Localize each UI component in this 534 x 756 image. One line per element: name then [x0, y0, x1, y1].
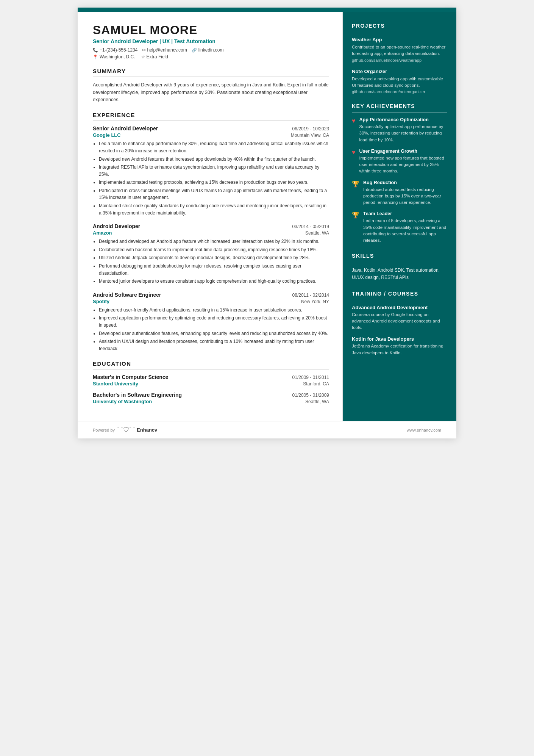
enhancv-logo: ⌒♡⌒ Enhancv: [117, 426, 157, 434]
linkedin-contact: 🔗 linkedin.com: [192, 47, 224, 53]
bullet: Maintained strict code quality standards…: [99, 202, 329, 216]
footer-left: Powered by ⌒♡⌒ Enhancv: [93, 426, 157, 434]
achievement-icon-2: 🏆: [352, 180, 359, 188]
job-company-0: Google LLC: [93, 132, 121, 138]
project-desc-1: Developed a note-taking app with customi…: [352, 76, 447, 89]
bullet: Assisted in UX/UI design and iteration p…: [99, 338, 329, 352]
linkedin-url: linkedin.com: [198, 47, 224, 53]
job-header-1: Android Developer 03/2014 - 05/2019: [93, 223, 329, 229]
training-entry-0: Advanced Android Development Coursera co…: [352, 305, 447, 331]
job-location-2: New York, NY: [301, 299, 329, 304]
heart-logo-icon: ⌒♡⌒: [117, 426, 135, 434]
bullet: Performed debugging and troubleshooting …: [99, 263, 329, 277]
footer: Powered by ⌒♡⌒ Enhancv www.enhancv.com: [78, 421, 456, 438]
achievement-icon-1: ♥: [352, 149, 356, 156]
extra-field-text: Extra Field: [147, 54, 168, 59]
job-company-2: Spotify: [93, 299, 109, 304]
location-icon: 📍: [93, 55, 98, 59]
training-course-desc-0: Coursera course by Google focusing on ad…: [352, 311, 447, 331]
job-entry-2: Android Software Engineer 08/2011 - 02/2…: [93, 292, 329, 352]
edu-entry-0: Master's in Computer Science 01/2009 - 0…: [93, 374, 329, 387]
experience-title: EXPERIENCE: [93, 112, 329, 118]
job-entry-1: Android Developer 03/2014 - 05/2019 Amaz…: [93, 223, 329, 285]
job-bullets-2: Engineered user-friendly Android applica…: [93, 307, 329, 352]
achievement-content-1: User Engagement Growth Implemented new a…: [359, 149, 448, 175]
achievement-entry-0: ♥ App Performance Optimization Successfu…: [352, 117, 447, 143]
skills-title: SKILLS: [352, 253, 447, 259]
candidate-name: SAMUEL MOORE: [93, 23, 329, 37]
achievement-title-3: Team Leader: [363, 211, 447, 216]
edu-dates-0: 01/2009 - 01/2011: [292, 375, 329, 380]
achievements-section: KEY ACHIEVEMENTS ♥ App Performance Optim…: [352, 103, 447, 244]
edu-location-1: Seattle, WA: [305, 399, 329, 404]
resume-container: SAMUEL MOORE Senior Android Developer | …: [78, 8, 456, 438]
achievement-desc-3: Led a team of 5 developers, achieving a …: [363, 218, 447, 244]
bullet: Designed and developed an Android app fe…: [99, 238, 329, 245]
achievement-title-2: Bug Reduction: [363, 180, 447, 185]
education-title: EDUCATION: [93, 360, 329, 367]
achievement-desc-2: Introduced automated tests reducing prod…: [363, 186, 447, 206]
footer-website: www.enhancv.com: [407, 428, 441, 432]
experience-section: EXPERIENCE Senior Android Developer 06/2…: [93, 112, 329, 352]
achievement-content-0: App Performance Optimization Successfull…: [359, 117, 448, 143]
training-course-title-1: Kotlin for Java Developers: [352, 336, 447, 342]
bullet: Integrated RESTful APIs to enhance data …: [99, 164, 329, 178]
job-company-row-0: Google LLC Mountain View, CA: [93, 132, 329, 138]
achievement-icon-3: 🏆: [352, 211, 359, 219]
achievement-content-3: Team Leader Led a team of 5 developers, …: [363, 211, 447, 244]
contact-row: 📞 +1-(234)-555-1234 ✉ help@enhancv.com 🔗…: [93, 47, 329, 53]
candidate-title: Senior Android Developer | UX | Test Aut…: [93, 38, 329, 44]
summary-title: SUMMARY: [93, 68, 329, 74]
experience-divider: [93, 121, 329, 121]
link-icon: 🔗: [192, 48, 197, 53]
extra-field-item: ☆ Extra Field: [141, 54, 168, 59]
projects-title: PROJECTS: [352, 23, 447, 29]
achievement-desc-1: Implemented new app features that booste…: [359, 155, 448, 175]
bullet: Utilized Android Jetpack components to d…: [99, 254, 329, 261]
job-role-1: Android Developer: [93, 223, 140, 229]
bullet: Mentored junior developers to ensure con…: [99, 278, 329, 285]
achievement-icon-0: ♥: [352, 117, 356, 124]
bullet: Engineered user-friendly Android applica…: [99, 307, 329, 314]
projects-divider: [352, 32, 447, 32]
star-icon: ☆: [141, 55, 145, 59]
edu-school-row-0: Stanford University Stanford, CA: [93, 381, 329, 387]
achievements-divider: [352, 112, 447, 113]
edu-header-1: Bachelor's in Software Engineering 01/20…: [93, 392, 329, 398]
location-text: Washington, D.C.: [100, 54, 135, 59]
edu-school-0: Stanford University: [93, 381, 138, 387]
education-section: EDUCATION Master's in Computer Science 0…: [93, 360, 329, 404]
job-location-0: Mountain View, CA: [291, 133, 329, 138]
job-company-1: Amazon: [93, 230, 112, 236]
summary-section: SUMMARY Accomplished Android Developer w…: [93, 68, 329, 103]
bullet: Developed new Android features that incr…: [99, 156, 329, 163]
name-section: SAMUEL MOORE Senior Android Developer | …: [93, 23, 329, 59]
job-company-row-1: Amazon Seattle, WA: [93, 230, 329, 236]
resume-body: SAMUEL MOORE Senior Android Developer | …: [78, 12, 456, 421]
training-course-title-0: Advanced Android Development: [352, 305, 447, 310]
edu-header-0: Master's in Computer Science 01/2009 - 0…: [93, 374, 329, 380]
job-location-1: Seattle, WA: [305, 230, 329, 236]
achievement-content-2: Bug Reduction Introduced automated tests…: [363, 180, 447, 206]
job-dates-2: 08/2011 - 02/2014: [292, 293, 329, 298]
edu-degree-1: Bachelor's in Software Engineering: [93, 392, 182, 398]
edu-dates-1: 01/2005 - 01/2009: [292, 393, 329, 398]
header-bar: [78, 8, 456, 12]
project-link-1: github.com/samuelmoore/noteorganizer: [352, 89, 447, 94]
job-company-row-2: Spotify New York, NY: [93, 299, 329, 304]
skills-text: Java, Kotlin, Android SDK, Test automati…: [352, 267, 447, 281]
location-item: 📍 Washington, D.C.: [93, 54, 135, 59]
project-entry-1: Note Organizer Developed a note-taking a…: [352, 69, 447, 94]
phone-icon: 📞: [93, 48, 98, 53]
skills-divider: [352, 262, 447, 262]
bullet: Developed user authentication features, …: [99, 330, 329, 337]
achievement-title-1: User Engagement Growth: [359, 149, 448, 154]
location-row: 📍 Washington, D.C. ☆ Extra Field: [93, 54, 329, 59]
training-entry-1: Kotlin for Java Developers JetBrains Aca…: [352, 336, 447, 356]
achievements-title: KEY ACHIEVEMENTS: [352, 103, 447, 109]
edu-location-0: Stanford, CA: [303, 381, 329, 387]
job-role-0: Senior Android Developer: [93, 125, 158, 131]
project-entry-0: Weather App Contributed to an open-sourc…: [352, 37, 447, 63]
phone-number: +1-(234)-555-1234: [100, 47, 137, 53]
email-icon: ✉: [142, 48, 145, 53]
